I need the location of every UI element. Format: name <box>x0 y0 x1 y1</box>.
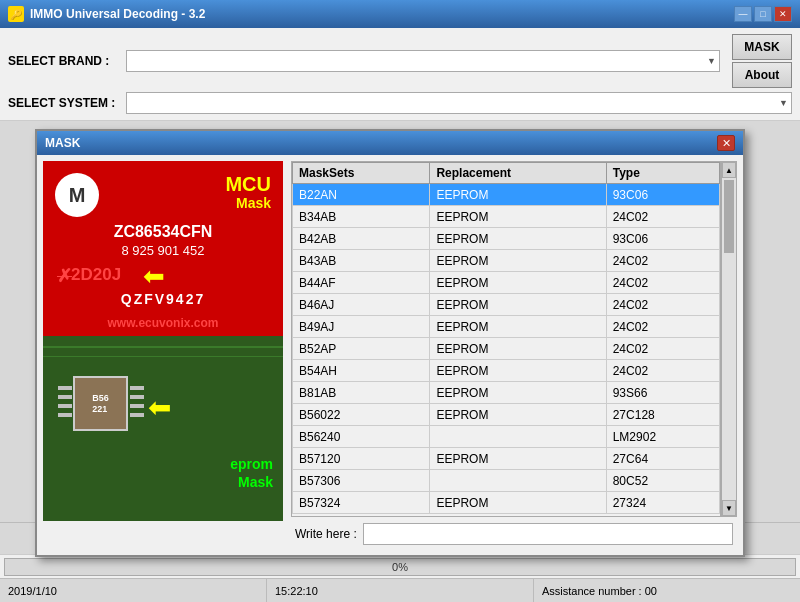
table-scrollbar[interactable]: ▲ ▼ <box>721 161 737 517</box>
table-row[interactable]: B42ABEEPROM93C06 <box>293 228 720 250</box>
scroll-thumb[interactable] <box>724 180 734 253</box>
title-bar: 🔑 IMMO Universal Decoding - 3.2 — □ ✕ <box>0 0 800 28</box>
cell-type: 24C02 <box>606 206 719 228</box>
cell-type: 93C06 <box>606 228 719 250</box>
table-row[interactable]: B34ABEEPROM24C02 <box>293 206 720 228</box>
cell-maskset: B43AB <box>293 250 430 272</box>
maximize-button[interactable]: □ <box>754 6 772 22</box>
table-row[interactable]: B56240LM2902 <box>293 426 720 448</box>
write-input[interactable] <box>363 523 733 545</box>
cell-replacement <box>430 470 606 492</box>
cell-replacement: EEPROM <box>430 294 606 316</box>
action-buttons: MASK About <box>732 34 792 88</box>
cell-maskset: B34AB <box>293 206 430 228</box>
system-label: SELECT SYSTEM : <box>8 96 118 110</box>
brand-select[interactable] <box>126 50 720 72</box>
mask-table: MaskSets Replacement Type B22ANEEPROM93C… <box>292 162 720 514</box>
cell-type: 27324 <box>606 492 719 514</box>
mask-dialog: MASK ✕ M MCU Mask ZC86534CFN 8 925 901 4… <box>35 129 745 557</box>
table-row[interactable]: B56022EEPROM27C128 <box>293 404 720 426</box>
cell-type: LM2902 <box>606 426 719 448</box>
cell-replacement: EEPROM <box>430 206 606 228</box>
table-row[interactable]: B46AJEEPROM24C02 <box>293 294 720 316</box>
mask-table-body: B22ANEEPROM93C06B34ABEEPROM24C02B42ABEEP… <box>293 184 720 514</box>
cell-maskset: B56240 <box>293 426 430 448</box>
cell-replacement: EEPROM <box>430 448 606 470</box>
cell-maskset: B56022 <box>293 404 430 426</box>
cell-type: 24C02 <box>606 294 719 316</box>
col-masksets: MaskSets <box>293 163 430 184</box>
cell-maskset: B57324 <box>293 492 430 514</box>
cell-maskset: B54AH <box>293 360 430 382</box>
table-row[interactable]: B5730680C52 <box>293 470 720 492</box>
dialog-title: MASK <box>45 136 80 150</box>
status-assistance: Assistance number : 00 <box>534 579 800 602</box>
cell-maskset: B57306 <box>293 470 430 492</box>
cell-type: 24C02 <box>606 338 719 360</box>
status-time: 15:22:10 <box>267 579 534 602</box>
cell-replacement: EEPROM <box>430 228 606 250</box>
brand-select-wrapper <box>126 50 720 72</box>
chip-text: ZC86534CFN <box>43 223 283 241</box>
table-row[interactable]: B43ABEEPROM24C02 <box>293 250 720 272</box>
cell-maskset: B57120 <box>293 448 430 470</box>
qr-code: QZFV9427 <box>43 291 283 307</box>
arrow-icon: ⬅ <box>143 261 165 292</box>
col-type: Type <box>606 163 719 184</box>
cell-replacement: EEPROM <box>430 250 606 272</box>
mcu-label: MCU <box>225 173 271 196</box>
dialog-close-button[interactable]: ✕ <box>717 135 735 151</box>
table-row[interactable]: B49AJEEPROM24C02 <box>293 316 720 338</box>
dialog-body: M MCU Mask ZC86534CFN 8 925 901 452 ✗ 2D… <box>37 155 743 555</box>
eprom-label: eprom <box>230 456 273 472</box>
table-row[interactable]: B57120EEPROM27C64 <box>293 448 720 470</box>
table-row[interactable]: B57324EEPROM27324 <box>293 492 720 514</box>
cell-type: 27C128 <box>606 404 719 426</box>
cell-type: 27C64 <box>606 448 719 470</box>
mask-button[interactable]: MASK <box>732 34 792 60</box>
mask-table-container[interactable]: MaskSets Replacement Type B22ANEEPROM93C… <box>291 161 721 517</box>
table-row[interactable]: B52APEEPROM24C02 <box>293 338 720 360</box>
table-row[interactable]: B22ANEEPROM93C06 <box>293 184 720 206</box>
brand-row: SELECT BRAND : MASK About <box>8 34 792 88</box>
mask-label: Mask <box>236 195 271 211</box>
cell-maskset: B52AP <box>293 338 430 360</box>
main-window: SELECT BRAND : MASK About SELECT SYSTEM … <box>0 28 800 602</box>
mask-label2: Mask <box>238 474 273 490</box>
code-value: 2D20J <box>71 265 121 285</box>
cell-replacement: EEPROM <box>430 272 606 294</box>
cell-replacement: EEPROM <box>430 492 606 514</box>
board-area: B56221 <box>43 336 283 521</box>
cell-replacement <box>430 426 606 448</box>
table-row[interactable]: B54AHEEPROM24C02 <box>293 360 720 382</box>
progress-bar-area: 0% <box>0 554 800 578</box>
content-area: MASK ✕ M MCU Mask ZC86534CFN 8 925 901 4… <box>0 120 800 522</box>
minimize-button[interactable]: — <box>734 6 752 22</box>
chip-number: 8 925 901 452 <box>43 243 283 258</box>
table-header-row: MaskSets Replacement Type <box>293 163 720 184</box>
scroll-down-arrow[interactable]: ▼ <box>722 500 736 516</box>
scroll-up-arrow[interactable]: ▲ <box>722 162 736 178</box>
dialog-image-panel: M MCU Mask ZC86534CFN 8 925 901 452 ✗ 2D… <box>43 161 283 521</box>
app-icon: 🔑 <box>8 6 24 22</box>
cell-maskset: B49AJ <box>293 316 430 338</box>
close-button[interactable]: ✕ <box>774 6 792 22</box>
motorola-logo: M <box>55 173 99 217</box>
table-row[interactable]: B44AFEEPROM24C02 <box>293 272 720 294</box>
about-button[interactable]: About <box>732 62 792 88</box>
red-code: ✗ <box>57 265 72 287</box>
cell-replacement: EEPROM <box>430 338 606 360</box>
status-bar: 2019/1/10 15:22:10 Assistance number : 0… <box>0 578 800 602</box>
cell-type: 24C02 <box>606 250 719 272</box>
system-select[interactable] <box>126 92 792 114</box>
cell-type: 24C02 <box>606 360 719 382</box>
table-row[interactable]: B81ABEEPROM93S66 <box>293 382 720 404</box>
board-arrow-icon: ⬅ <box>148 391 171 424</box>
progress-label: 0% <box>5 559 795 575</box>
cell-type: 93S66 <box>606 382 719 404</box>
cell-maskset: B42AB <box>293 228 430 250</box>
cell-maskset: B44AF <box>293 272 430 294</box>
col-replacement: Replacement <box>430 163 606 184</box>
app-title: IMMO Universal Decoding - 3.2 <box>30 7 205 21</box>
cell-maskset: B22AN <box>293 184 430 206</box>
